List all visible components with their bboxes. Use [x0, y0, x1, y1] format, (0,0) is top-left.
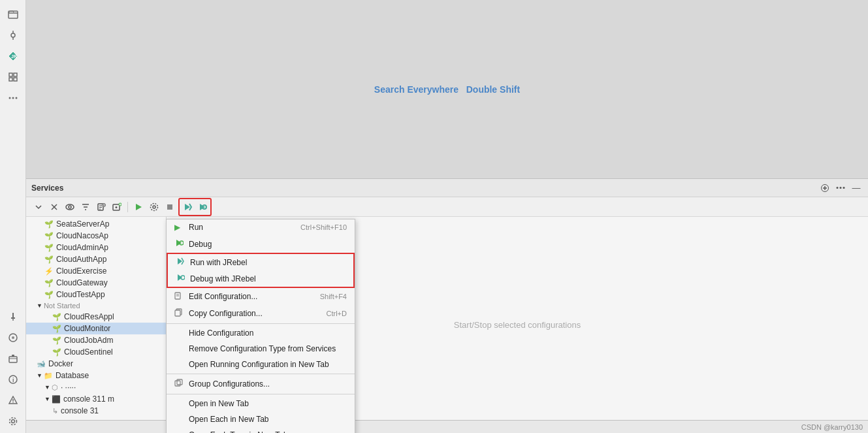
svg-rect-7	[14, 73, 17, 76]
cm-copy-shortcut: Ctrl+D	[327, 310, 347, 317]
toolbar-collapse-icon[interactable]	[31, 200, 46, 214]
svg-point-32	[843, 187, 845, 189]
tree-item-auth[interactable]: 🌱 CloudAuthApp	[26, 253, 166, 265]
svg-point-35	[66, 204, 74, 210]
tree-item-test[interactable]: 🌱 CloudTestApp	[26, 289, 166, 300]
cm-debug[interactable]: Debug	[167, 235, 355, 253]
toolbar-add-icon[interactable]	[110, 200, 124, 214]
sidebar-icon-pin[interactable]	[4, 308, 22, 326]
services-header: Services —	[26, 179, 868, 197]
cm-debug-jrebel[interactable]: Debug with JRebel	[168, 270, 353, 287]
svg-point-11	[12, 97, 14, 99]
spring-icon: 🌱	[44, 279, 54, 287]
services-toolbar	[26, 197, 868, 217]
sidebar-icon-jrebel[interactable]: JR	[4, 47, 22, 65]
svg-point-10	[8, 97, 10, 99]
cm-copy-icon	[174, 308, 185, 319]
cm-open-each[interactable]: Open Each in New Tab	[167, 411, 355, 427]
svg-point-17	[12, 336, 14, 339]
sidebar-icon-modules[interactable]	[4, 68, 22, 86]
expand-icon-console: ▼	[44, 396, 50, 402]
toolbar-run-icon[interactable]	[131, 200, 146, 214]
svg-point-12	[15, 97, 17, 99]
svg-rect-8	[9, 78, 12, 81]
tree-item-monitor[interactable]: 🌱 CloudMonitor	[26, 323, 166, 334]
sidebar-icon-folder[interactable]	[4, 5, 22, 24]
toolbar-jrebel-run-icon[interactable]	[180, 200, 195, 214]
toolbar-settings-icon[interactable]	[147, 200, 161, 214]
tree-item-database[interactable]: ▼ 📁 Database	[26, 370, 166, 381]
svg-rect-71	[177, 379, 182, 385]
tree-item-docker[interactable]: 🐋 Docker	[26, 358, 166, 370]
editor-area: Search Everywhere Double Shift	[26, 0, 868, 178]
toolbar-close-icon[interactable]	[47, 200, 61, 214]
content-hint: Start/Stop selected configurations	[454, 320, 581, 330]
cm-open-new-tab[interactable]: Open in New Tab	[167, 396, 355, 411]
sidebar-icon-settings[interactable]	[4, 412, 22, 430]
svg-point-54	[153, 206, 155, 208]
spring-icon: 🌱	[44, 244, 54, 252]
svg-text:i: i	[12, 377, 14, 383]
sidebar-icon-commit[interactable]	[4, 26, 22, 44]
cm-run[interactable]: ▶ Run Ctrl+Shift+F10	[167, 219, 355, 235]
svg-rect-19	[12, 355, 14, 357]
sidebar-icon-info[interactable]: i	[4, 370, 22, 389]
services-tree: 🌱 SeataServerAp 🌱 CloudNacosAp 🌱 CloudAd…	[26, 217, 167, 433]
toolbar-eye-icon[interactable]	[63, 200, 77, 214]
svg-point-55	[151, 203, 158, 210]
tree-item-db-item1[interactable]: ▼ ⬡ · ·····	[26, 381, 166, 393]
tree-item-admin[interactable]: 🌱 CloudAdminAp	[26, 242, 166, 253]
cm-edit-icon	[174, 291, 185, 302]
cm-edit-config[interactable]: Edit Configuration... Shift+F4	[167, 288, 355, 305]
cm-group-icon	[174, 379, 185, 389]
sidebar-icon-run[interactable]	[4, 329, 22, 347]
tree-item-nacos[interactable]: 🌱 CloudNacosAp	[26, 230, 166, 242]
toolbar-filter-icon[interactable]	[78, 200, 93, 214]
search-hint: Search Everywhere Double Shift	[374, 84, 520, 95]
console-icon: ⬛	[52, 395, 61, 404]
console-leaf-icon: ↳	[52, 407, 58, 415]
cm-run-jrebel[interactable]: Run with JRebel	[168, 254, 353, 270]
right-panel: Search Everywhere Double Shift Services …	[26, 0, 868, 433]
tree-item-sentinel[interactable]: 🌱 CloudSentinel	[26, 346, 166, 358]
cm-copy-config[interactable]: Copy Configuration... Ctrl+D	[167, 305, 355, 322]
sidebar-icon-more[interactable]	[4, 89, 22, 107]
cm-jrebel-run-icon	[176, 257, 186, 268]
tree-item-console-item[interactable]: ↳ console 31	[26, 405, 166, 417]
sidebar-icon-package[interactable]	[4, 349, 22, 368]
cm-run-icon: ▶	[174, 223, 185, 232]
services-add-icon[interactable]	[818, 182, 831, 195]
toolbar-edit-icon[interactable]	[94, 200, 108, 214]
tree-item-exercise[interactable]: ⚡ CloudExercise	[26, 265, 166, 277]
svg-point-1	[11, 33, 15, 37]
services-more-icon[interactable]	[834, 182, 847, 195]
tree-item-not-started[interactable]: ▼ Not Started	[26, 300, 166, 311]
toolbar-jrebel-debug-icon[interactable]	[195, 200, 210, 214]
spring-icon: 🌱	[44, 220, 54, 229]
jrebel-spring-icon: ⚡	[44, 267, 54, 276]
services-header-icons: —	[818, 182, 863, 195]
tree-item-gateway[interactable]: 🌱 CloudGateway	[26, 277, 166, 289]
svg-rect-6	[9, 73, 12, 76]
services-minimize-icon[interactable]: —	[850, 182, 863, 195]
cm-sep1	[167, 323, 355, 324]
expand-icon: ▼	[37, 302, 42, 309]
tree-item-resapp[interactable]: 🌱 CloudResAppl	[26, 311, 166, 323]
cm-hide-config[interactable]: Hide Configuration	[167, 325, 355, 341]
tree-item-seata[interactable]: 🌱 SeataServerAp	[26, 218, 166, 230]
cm-group-config[interactable]: Group Configurations...	[167, 376, 355, 393]
cm-open-running[interactable]: Open Running Configuration in New Tab	[167, 357, 355, 372]
toolbar-jrebel-group	[178, 198, 212, 216]
cm-sep2	[167, 374, 355, 374]
sidebar-icon-warnings[interactable]	[4, 391, 22, 409]
tree-item-console-group[interactable]: ▼ ⬛ console 311 m	[26, 393, 166, 405]
cm-open-each-type[interactable]: Open Each Type in New Tab	[167, 427, 355, 433]
tree-item-jobadm[interactable]: 🌱 CloudJobAdm	[26, 334, 166, 346]
toolbar-stop-icon[interactable]	[163, 200, 177, 214]
spring-icon: 🌱	[52, 348, 61, 357]
svg-rect-69	[175, 310, 180, 316]
cm-remove-config[interactable]: Remove Configuration Type from Services	[167, 341, 355, 357]
toolbar-separator-1	[127, 202, 128, 212]
context-menu: ▶ Run Ctrl+Shift+F10 Debug	[166, 219, 355, 433]
cm-jrebel-box: Run with JRebel Debug with JRebel	[167, 253, 355, 288]
